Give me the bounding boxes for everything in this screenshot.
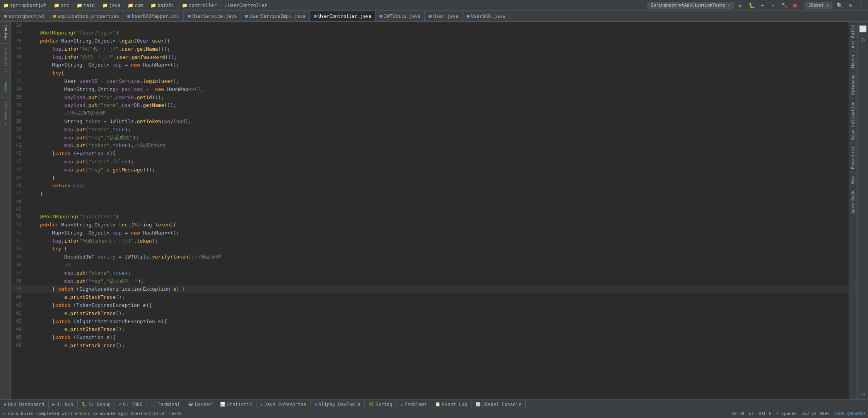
status-lf[interactable]: LF	[749, 411, 754, 416]
line-55: 55 DecodedJWT verify = JWTUtils.verify(t…	[11, 253, 849, 261]
tab-userdaomapper-xml[interactable]: UserDAOMapper.xml	[123, 11, 184, 22]
tab-springbootjwt[interactable]: springbootjwt	[0, 11, 49, 22]
sidebar-word-book[interactable]: Word Book	[849, 187, 857, 217]
divider	[1, 97, 10, 98]
profile-button[interactable]: ⚡	[769, 2, 777, 9]
tab-jwtutils-java[interactable]: JWTUtils.java	[376, 11, 425, 22]
run-config-dropdown[interactable]: SpringbootjwtApplicationTests ▾	[648, 2, 734, 9]
tab-run-dashboard[interactable]: ▶ Run Dashboard	[0, 400, 49, 409]
tab-usercontroller-java[interactable]: UserController.java	[310, 11, 376, 22]
line-50: 50 @PostMapping("/user/test")	[11, 213, 849, 221]
tab-indicator	[4, 15, 7, 18]
tab-user-java[interactable]: User.java	[425, 11, 463, 22]
status-position[interactable]: 59:38	[731, 411, 744, 416]
tab-alipay-devtools[interactable]: ● Alipay DevTools	[311, 400, 365, 409]
breadcrumb-src[interactable]: 📁 src	[54, 3, 69, 8]
status-left: ⚠ Auto build completed with errors (a mi…	[3, 411, 727, 416]
divider	[1, 43, 10, 44]
line-58: 58 map.put("msg","请求成功！");	[11, 278, 849, 286]
run-icon: ▶	[53, 402, 55, 407]
sidebar-jrebel-icon[interactable]: JRebel	[1, 79, 10, 95]
coverage-button[interactable]: ☂	[759, 2, 766, 9]
status-user: CSDN @BOWWOB	[834, 411, 865, 416]
status-test0: test0	[169, 411, 182, 416]
jrebel-dropdown[interactable]: JRebel ▾	[805, 2, 832, 9]
folder-icon: 📁	[3, 3, 9, 8]
breadcrumb-controller[interactable]: 📁 controller	[182, 3, 217, 8]
run-dashboard-icon: ▶	[4, 402, 7, 407]
line-29: 29 log.info("用户名: [{}]",user.getName());	[11, 45, 849, 53]
divider	[1, 77, 10, 77]
tab-run[interactable]: ▶ 4: Run	[49, 400, 78, 409]
tab-jrebel-console[interactable]: 🔄 JRebel Console	[472, 400, 526, 409]
line-61: 61 }catch (TokenExpiredException e){	[11, 302, 849, 310]
tab-statistic[interactable]: 📊 Statistic	[216, 400, 256, 409]
debug-button[interactable]: 🐛	[748, 2, 755, 9]
breadcrumb-usercontroller[interactable]: ☕ UserController	[224, 3, 267, 8]
stop-button[interactable]: ⏹	[791, 2, 799, 9]
spring-icon: 🌿	[369, 402, 374, 407]
tab-spring[interactable]: 🌿 Spring	[365, 400, 396, 409]
tab-event-log[interactable]: 📋 Event Log	[431, 400, 472, 409]
tab-bar: springbootjwt application.properties Use…	[0, 11, 868, 22]
breadcrumb-main[interactable]: 📁 main	[77, 3, 95, 8]
more-button[interactable]: ⋮	[857, 2, 865, 9]
line-65: 65 }catch (Exception e){	[11, 334, 849, 342]
line-57: 57 map.put("state",true);	[11, 269, 849, 278]
line-26: 26	[11, 22, 849, 29]
tab-problems[interactable]: ⚠ Problems	[396, 400, 431, 409]
line-45: 45 }	[11, 174, 849, 182]
line-38: 38 String token = JWTUtils.getToken(payl…	[11, 118, 849, 126]
line-64: 64 e.printStackTrace();	[11, 325, 849, 334]
far-right-square-icon[interactable]: ⬜	[858, 24, 868, 33]
sidebar-ant-build[interactable]: Ant Build	[849, 22, 857, 51]
sidebar-database[interactable]: Database	[849, 71, 857, 98]
line-39: 39 map.put("state",true);	[11, 126, 849, 134]
breadcrumb-java[interactable]: 📁 java	[102, 3, 120, 8]
tab-terminal[interactable]: ⬛ Terminal	[147, 400, 185, 409]
breadcrumb-baizhi[interactable]: 📁 baizhi	[150, 3, 174, 8]
status-line-info[interactable]: 552 of 989▾	[801, 411, 830, 416]
sidebar-favorites[interactable]: Favorites	[849, 143, 857, 173]
folder-icon: 📁	[102, 3, 108, 8]
sidebar-structure-icon[interactable]: Z: Structure	[1, 46, 10, 74]
status-encoding[interactable]: UTF-8	[759, 411, 772, 416]
gear-button[interactable]: ⚙	[846, 2, 854, 9]
folder-icon: 📁	[182, 3, 188, 8]
run-button[interactable]: ▶	[737, 2, 745, 9]
far-right-circle-icon[interactable]: ○	[858, 35, 868, 44]
line-28: 28 public Map<String,Object> login(User …	[11, 37, 849, 45]
main-layout: Project Z: Structure JRebel ★ Favorites …	[0, 22, 868, 399]
code-area[interactable]: 26 27 @GetMapping("/user/login") 28 publ…	[11, 22, 849, 399]
tab-indicator	[314, 15, 317, 18]
line-30: 30 log.info("密码: [{}]",user.getPassword(…	[11, 53, 849, 62]
tab-userservice-java[interactable]: UserService.java	[184, 11, 241, 22]
todo-icon: ✔	[119, 402, 121, 407]
far-right-back-icon[interactable]: ◁	[858, 389, 868, 399]
status-warning-text[interactable]: Auto build completed with errors (a minu…	[8, 411, 128, 416]
tab-indicator	[188, 15, 191, 18]
folder-icon: 📁	[77, 3, 82, 8]
line-56: 56 //	[11, 261, 849, 269]
build-button[interactable]: 🔨	[780, 2, 788, 9]
sidebar-web[interactable]: Web	[849, 173, 857, 187]
sidebar-maven[interactable]: Maven	[849, 51, 857, 71]
status-bar: ⚠ Auto build completed with errors (a mi…	[0, 409, 868, 418]
tab-debug[interactable]: 🐛 5: Debug	[78, 400, 115, 409]
tab-java-enterprise[interactable]: ☕ Java Enterprise	[256, 400, 311, 409]
breadcrumb-com[interactable]: 📁 com	[128, 3, 143, 8]
search-button[interactable]: 🔍	[836, 2, 843, 9]
breadcrumb-springbootjwt[interactable]: 📁 springbootjwt	[3, 3, 46, 8]
tab-todo[interactable]: ✔ 6: TODO	[115, 400, 147, 409]
status-indent[interactable]: 4 spaces	[776, 411, 797, 416]
tab-docker[interactable]: 🐳 Docker	[184, 400, 216, 409]
sidebar-project-icon[interactable]: Project	[1, 23, 10, 41]
line-35: 35 payload.put("id",userDB.getId());	[11, 94, 849, 102]
sidebar-favorites-icon[interactable]: ★ Favorites	[1, 100, 10, 128]
tab-userserviceimpl-java[interactable]: UserServiceImpl.java	[241, 11, 310, 22]
tab-application-properties[interactable]: application.properties	[49, 11, 123, 22]
sidebar-bean-validation[interactable]: Bean Validation	[849, 98, 857, 143]
tab-userdao-java[interactable]: UserDAO .java	[463, 11, 509, 22]
line-54: 54 try {	[11, 245, 849, 253]
warning-icon: ⚠	[3, 411, 6, 416]
